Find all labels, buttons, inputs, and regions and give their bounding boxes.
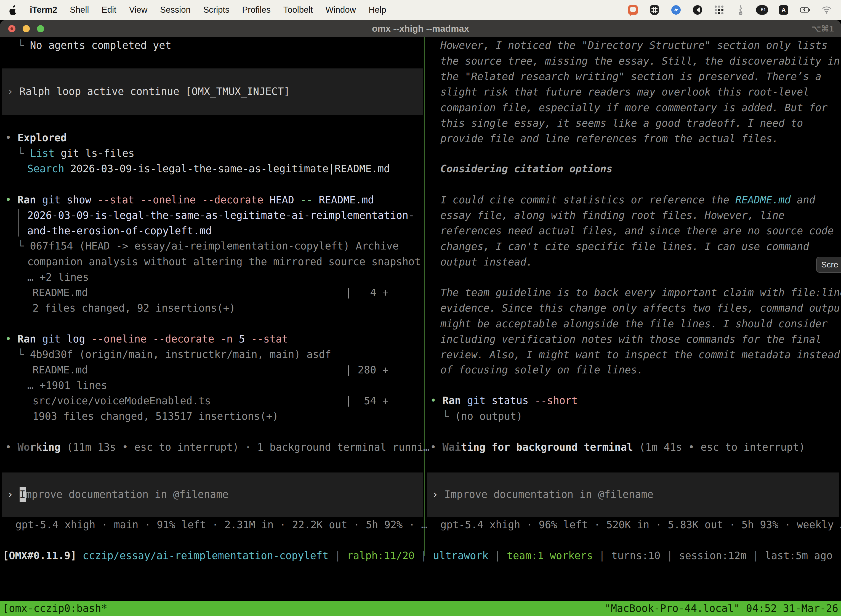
prompt-input-left[interactable]: › Improve documentation in @filename — [2, 472, 423, 517]
explored-search-line: Search 2026-03-09-is-legal-the-same-as-l… — [27, 161, 390, 177]
explored-line: • Explored — [5, 130, 67, 146]
window-title: omx --xhigh --madmax — [372, 23, 469, 34]
prompt-chevron: › — [7, 487, 13, 502]
menu-scripts[interactable]: Scripts — [203, 5, 230, 15]
ran-git-show-line: • Ran git show --stat --oneline --decora… — [5, 192, 374, 208]
menu-view[interactable]: View — [129, 5, 148, 15]
thought-para1-line: provide file and line references from th… — [440, 131, 778, 147]
window-title-bar: omx --xhigh --madmax ⌥⌘1 — [0, 20, 841, 37]
dark-circle-icon[interactable] — [693, 5, 702, 15]
close-button[interactable] — [8, 25, 15, 32]
macos-menu-bar: iTerm2 Shell Edit View Session Scripts P… — [0, 0, 841, 20]
menu-session[interactable]: Session — [160, 5, 190, 15]
thought-para2-line: essay file, along with finding root file… — [440, 208, 784, 223]
terminal-content: └ No agents completed yet › Ralph loop a… — [0, 37, 841, 616]
thought-para3-line: might be acceptable alongside the file l… — [440, 316, 828, 332]
model-status-right: gpt-5.4 xhigh · 96% left · 520K in · 5.8… — [440, 517, 841, 532]
git-log-out1: └ 4b9d30f (origin/main, instructkr/main,… — [18, 347, 331, 362]
ran-git-status-line: • Ran git status --short — [430, 393, 578, 408]
thought-para1-line: companion file, especially if more comme… — [440, 100, 828, 116]
squiggle-icon[interactable] — [736, 5, 746, 15]
omx-status-bar: [OMX#0.11.9] cczip/essay/ai-reimplementa… — [3, 548, 832, 563]
git-show-wrap2: and-the-erosion-of-copyleft.md — [27, 223, 212, 239]
menu-status-icons: ..61 A — [628, 5, 832, 15]
thought-para1-line: the source tree, missing the essay. Stil… — [440, 54, 840, 69]
tmux-status-bar: [omx-cczip0:bash* "MacBook-Pro-44.local"… — [0, 601, 841, 616]
prompt-input-right[interactable]: › Improve documentation in @filename — [427, 472, 839, 517]
omx-last: last:5m ago — [765, 550, 832, 562]
omx-ralph-counter: ralph:11/20 — [347, 550, 415, 562]
window-hotkey-badge: ⌥⌘1 — [812, 24, 834, 34]
screen-toast: Scre — [816, 257, 841, 273]
zoom-button[interactable] — [37, 25, 44, 32]
git-log-out2: … +1901 lines — [27, 378, 107, 393]
omx-branch-path: cczip/essay/ai-reimplementation-copyleft — [83, 550, 329, 562]
git-log-stat-row1: README.md| 280 + — [32, 362, 388, 378]
prompt-chevron: › — [432, 487, 438, 502]
menu-profiles[interactable]: Profiles — [242, 5, 270, 15]
thought-para2-line: output instead. — [440, 254, 533, 270]
thought-heading: Considering citation options — [440, 161, 612, 177]
wifi-icon[interactable] — [822, 5, 832, 15]
placeholder-text: mprove documentation in @filename — [26, 487, 229, 502]
git-log-summary: 1903 files changed, 513517 insertions(+) — [32, 409, 278, 424]
battery-icon[interactable] — [800, 5, 810, 15]
explored-list-line: └ List git ls-files — [18, 146, 134, 161]
placeholder-text: Improve documentation in @filename — [444, 487, 653, 502]
thought-para3-line: evidence. Since this change only affects… — [440, 301, 841, 316]
minimize-button[interactable] — [23, 25, 30, 32]
thought-para1-line: slight risk that future readers may over… — [440, 84, 809, 100]
readme-link: README.md — [736, 194, 791, 206]
ralph-loop-text: Ralph loop active continue [OMX_TMUX_INJ… — [20, 84, 290, 99]
menu-window[interactable]: Window — [325, 5, 356, 15]
git-show-out1: └ 067f154 (HEAD -> essay/ai-reimplementa… — [18, 238, 399, 254]
waiting-status-line: • Waiting for background terminal (1m 41… — [430, 440, 805, 455]
shield-grid-icon[interactable] — [649, 5, 659, 15]
thought-para3-line: The team guideline is to back every impo… — [440, 285, 841, 301]
keyboard-layout-icon[interactable]: A — [779, 5, 788, 15]
git-show-summary: 2 files changed, 92 insertions(+) — [32, 301, 235, 316]
tmux-window-name[interactable]: [omx-cczip0:bash* — [3, 601, 107, 616]
ran-git-log-line: • Ran git log --oneline --decorate -n 5 … — [5, 331, 288, 347]
menu-edit[interactable]: Edit — [101, 5, 116, 15]
git-show-out2: companion analysis without altering the … — [27, 254, 421, 270]
omx-team: team:1 workers — [507, 550, 593, 562]
omx-session: session:12m — [679, 550, 746, 562]
working-status-line: • Working (11m 13s • esc to interrupt) ·… — [5, 440, 429, 455]
chat-icon[interactable] — [628, 5, 638, 15]
omx-mode: ultrawork — [433, 550, 488, 562]
tree-connector — [18, 209, 19, 236]
menu-help[interactable]: Help — [369, 5, 386, 15]
menu-toolbelt[interactable]: Toolbelt — [283, 5, 313, 15]
thought-para2-line: changes, I can't cite specific file line… — [440, 239, 809, 254]
dots-grid-icon[interactable] — [714, 5, 724, 15]
menu-shell[interactable]: Shell — [70, 5, 89, 15]
thought-para2-line: I could cite commit statistics or refere… — [440, 192, 815, 208]
apple-menu-icon[interactable] — [9, 5, 18, 15]
git-show-out3: … +2 lines — [27, 270, 89, 285]
thought-para1-line: However, I noticed the "Directory Struct… — [440, 38, 828, 53]
omx-version: [OMX#0.11.9] — [3, 550, 76, 562]
menu-iterm2[interactable]: iTerm2 — [30, 5, 57, 15]
thought-para3-line: review. Also, I might want to inspect th… — [440, 347, 840, 363]
git-status-output: └ (no output) — [442, 409, 523, 424]
prompt-chevron: › — [7, 84, 13, 99]
tmux-host-time: "MacBook-Pro-44.local" 04:52 31-Mar-26 — [605, 601, 838, 616]
thought-para1-line: the "Related research writing" section i… — [440, 69, 821, 84]
pane-divider[interactable] — [424, 37, 425, 556]
git-log-stat-row2: src/voice/voiceModeEnabled.ts| 54 + — [32, 393, 388, 409]
thought-para2-line: references need actual files, and since … — [440, 223, 834, 239]
thought-para3-line: of focusing solely on file lines. — [440, 362, 643, 378]
text-cursor: I — [20, 487, 26, 502]
traffic-lights — [8, 20, 44, 37]
git-show-stat-row: README.md| 4 + — [32, 285, 388, 301]
ralph-loop-box: › Ralph loop active continue [OMX_TMUX_I… — [2, 69, 423, 115]
omx-turns: turns:10 — [611, 550, 660, 562]
badge-61-icon[interactable]: ..61 — [757, 5, 767, 15]
zap-circle-icon[interactable] — [671, 5, 681, 15]
no-agents-line: └ No agents completed yet — [18, 38, 171, 53]
model-status-left: gpt-5.4 xhigh · main · 91% left · 2.31M … — [15, 517, 427, 532]
thought-para1-line: this single essay, it seems like a good … — [440, 116, 803, 131]
thought-para3-line: including verification notes with those … — [440, 332, 821, 347]
git-show-wrap1: 2026-03-09-is-legal-the-same-as-legitima… — [27, 208, 415, 223]
